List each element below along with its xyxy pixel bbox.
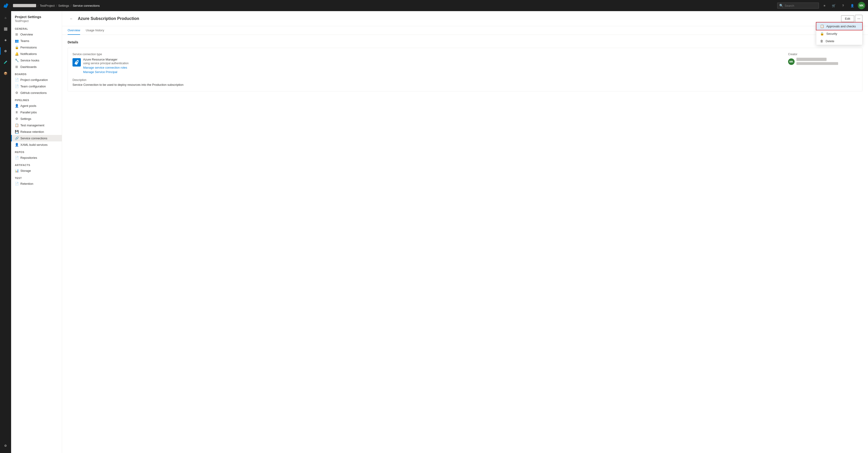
- sidebar-item-label: Notifications: [20, 52, 37, 56]
- description-label: Description: [72, 78, 782, 82]
- user-settings-button[interactable]: 👤: [848, 2, 856, 9]
- search-input[interactable]: [785, 4, 817, 7]
- sidebar-item-overview[interactable]: ⊞ Overview: [11, 31, 62, 37]
- breadcrumb-testproject[interactable]: TestProject: [40, 4, 55, 7]
- sidebar-item-storage[interactable]: 📊 Storage: [11, 167, 62, 174]
- retention-icon: 📄: [15, 182, 19, 186]
- sidebar-item-label: Project configuration: [20, 78, 48, 82]
- content-body: Details Service connection type: [62, 35, 868, 97]
- teams-icon: 👥: [15, 39, 19, 43]
- section-title-details: Details: [68, 40, 863, 44]
- main-layout: ⌂ ▦ ◈ ⚙ 🧪 📦 ⚙ Project Settings TestProje…: [0, 11, 868, 453]
- sidebar-item-dashboards[interactable]: ⊞ Dashboards: [11, 63, 62, 70]
- activity-home[interactable]: ⌂: [0, 12, 11, 23]
- sidebar-item-settings[interactable]: ⚙ Settings: [11, 115, 62, 122]
- manage-roles-link[interactable]: Manage service connection roles: [83, 66, 128, 69]
- sidebar-item-permissions[interactable]: 🔒 Permissions: [11, 44, 62, 51]
- sidebar-section-repos: Repos: [11, 148, 62, 154]
- page-header-right: Edit ⋯: [841, 15, 863, 22]
- activity-bar: ⌂ ▦ ◈ ⚙ 🧪 📦 ⚙: [0, 11, 11, 453]
- sidebar-item-github-connections[interactable]: ⚙ GitHub connections: [11, 89, 62, 96]
- sidebar-item-repositories[interactable]: 📄 Repositories: [11, 154, 62, 161]
- dropdown-item-delete[interactable]: 🗑 Delete: [816, 37, 862, 45]
- activity-pipelines[interactable]: ⚙: [0, 46, 11, 57]
- top-nav-right: 🔍 ≡ 🛒 ? 👤 MK: [777, 2, 865, 9]
- sidebar-item-label: Release retention: [20, 130, 44, 134]
- azure-devops-logo[interactable]: [3, 2, 9, 9]
- connection-auth: using service principal authentication: [83, 62, 128, 65]
- manage-principal-link[interactable]: Manage Service Principal: [83, 70, 128, 74]
- sidebar-item-label: Test management: [20, 123, 44, 127]
- creator-email: [797, 62, 838, 65]
- sidebar-item-project-configuration[interactable]: 📄 Project configuration: [11, 77, 62, 83]
- sidebar-item-label: Storage: [20, 169, 31, 172]
- sidebar-item-label: Repositories: [20, 156, 37, 160]
- description-section: Description Service Connection to be use…: [72, 78, 782, 86]
- tab-usage-history[interactable]: Usage history: [86, 26, 104, 35]
- page-header-left: ← Azure Subscription Production: [68, 15, 139, 22]
- activity-boards[interactable]: ▦: [0, 23, 11, 34]
- breadcrumb-settings[interactable]: Settings: [58, 4, 69, 7]
- notifications-icon: 🔔: [15, 52, 19, 56]
- breadcrumb: / TestProject / Settings / Service conne…: [13, 4, 775, 7]
- creator-info: [797, 58, 858, 65]
- back-button[interactable]: ←: [68, 15, 75, 22]
- details-left: Service connection type Azure Resour: [72, 53, 782, 86]
- sidebar-item-service-hooks[interactable]: 🔧 Service hooks: [11, 57, 62, 63]
- dropdown-item-label: Approvals and checks: [826, 25, 856, 28]
- agent-pools-icon: 👤: [15, 104, 19, 108]
- service-connections-icon: 🔗: [15, 136, 19, 140]
- sidebar-section-pipelines: Pipelines: [11, 96, 62, 103]
- shopping-cart-button[interactable]: 🛒: [830, 2, 837, 9]
- sidebar-item-label: Team configuration: [20, 85, 46, 88]
- description-text: Service Connection to be used to deploy …: [72, 83, 782, 86]
- top-nav: / TestProject / Settings / Service conne…: [0, 0, 868, 11]
- sidebar-section-test: Test: [11, 174, 62, 180]
- settings-icon: ⚙: [15, 117, 19, 120]
- sidebar-item-agent-pools[interactable]: 👤 Agent pools: [11, 103, 62, 109]
- activity-testplans[interactable]: 🧪: [0, 57, 11, 68]
- sidebar-item-label: Permissions: [20, 46, 37, 49]
- dropdown-item-security[interactable]: 🔒 Security: [816, 30, 862, 37]
- activity-artifacts[interactable]: 📦: [0, 68, 11, 79]
- activity-bottom: ⚙: [0, 440, 11, 453]
- release-retention-icon: 💾: [15, 130, 19, 134]
- details-grid: Service connection type Azure Resour: [72, 53, 858, 86]
- connection-type-row: Azure Resource Manager using service pri…: [72, 58, 782, 74]
- sidebar-item-label: Parallel jobs: [20, 111, 37, 114]
- details-panel: Service connection type Azure Resour: [68, 48, 863, 91]
- search-box[interactable]: 🔍: [777, 3, 819, 8]
- approvals-checks-icon: 📋: [820, 24, 824, 28]
- overview-icon: ⊞: [15, 32, 19, 36]
- edit-button[interactable]: Edit: [841, 15, 854, 22]
- more-options-button[interactable]: ⋯: [855, 15, 863, 22]
- help-button[interactable]: ?: [839, 2, 847, 9]
- breadcrumb-project-name[interactable]: [13, 4, 36, 7]
- activity-settings[interactable]: ⚙: [0, 440, 11, 451]
- sidebar-item-notifications[interactable]: 🔔 Notifications: [11, 51, 62, 57]
- dropdown-item-approvals-checks[interactable]: 📋 Approvals and checks: [816, 23, 862, 30]
- sidebar-item-label: Settings: [20, 117, 31, 120]
- azure-rm-icon: [72, 58, 81, 66]
- sidebar-item-label: Dashboards: [20, 65, 37, 68]
- sidebar-item-xaml-build[interactable]: 👤 XAML build services: [11, 141, 62, 148]
- test-management-icon: 📋: [15, 123, 19, 127]
- user-avatar[interactable]: MK: [858, 2, 865, 9]
- sidebar-item-release-retention[interactable]: 💾 Release retention: [11, 129, 62, 135]
- service-hooks-icon: 🔧: [15, 58, 19, 62]
- content-inner: ← Azure Subscription Production Edit ⋯ O…: [62, 11, 868, 453]
- sidebar-item-team-configuration[interactable]: 📄 Team configuration: [11, 83, 62, 89]
- sidebar-item-teams[interactable]: 👥 Teams: [11, 37, 62, 44]
- grid-view-button[interactable]: ≡: [821, 2, 828, 9]
- activity-repos[interactable]: ◈: [0, 34, 11, 46]
- tab-overview[interactable]: Overview: [68, 26, 80, 35]
- sidebar-item-service-connections[interactable]: 🔗 Service connections: [11, 135, 62, 141]
- sidebar-item-test-management[interactable]: 📋 Test management: [11, 122, 62, 129]
- search-icon: 🔍: [779, 4, 783, 7]
- sidebar-item-retention[interactable]: 📄 Retention: [11, 180, 62, 187]
- github-icon: ⚙: [15, 91, 19, 94]
- sidebar-section-artifacts: Artifacts: [11, 161, 62, 167]
- delete-icon: 🗑: [820, 39, 823, 43]
- details-right: Creator MK: [788, 53, 858, 86]
- sidebar-item-parallel-jobs[interactable]: ⏸ Parallel jobs: [11, 109, 62, 115]
